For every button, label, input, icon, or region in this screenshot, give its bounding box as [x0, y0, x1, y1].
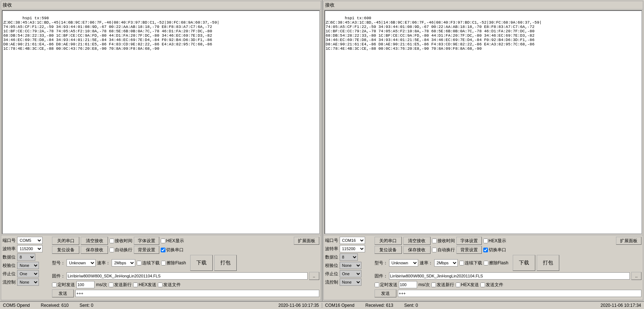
- left-ms-label: ms/次: [96, 282, 107, 288]
- left-send-btn[interactable]: 发送: [52, 289, 74, 297]
- left-auto-newline-check[interactable]: 自动换行: [109, 247, 132, 253]
- right-baud-label: 波特率: [325, 246, 338, 252]
- right-data-select[interactable]: 8: [340, 253, 358, 261]
- left-save-recv-btn[interactable]: 保存接收: [81, 246, 108, 254]
- right-timed-send-check[interactable]: 定时发送: [375, 282, 397, 288]
- right-hex-display-check[interactable]: HEX显示: [483, 238, 507, 244]
- right-speed-select[interactable]: 2Mbps: [434, 259, 458, 267]
- left-switch-port-check[interactable]: 切换串口: [161, 247, 184, 253]
- left-reset-btn[interactable]: 复位设备: [52, 246, 79, 254]
- left-parity-label: 校验位: [3, 263, 16, 269]
- left-pack-btn[interactable]: 打包: [214, 255, 237, 271]
- left-model-select[interactable]: Unknown: [67, 259, 96, 267]
- left-erase-flash-check[interactable]: 擦除Flash: [161, 260, 186, 266]
- right-recv-time-check[interactable]: 接收时间: [432, 238, 455, 244]
- right-hex-send-check[interactable]: HEX发送: [456, 282, 479, 288]
- left-data-label: 数据位: [3, 254, 16, 260]
- right-model-select[interactable]: Unknown: [389, 259, 418, 267]
- right-port-select[interactable]: COM16: [340, 237, 365, 244]
- left-close-btn[interactable]: 关闭串口: [52, 237, 79, 245]
- left-baud-select[interactable]: 115200: [17, 245, 43, 252]
- right-clear-recv-btn[interactable]: 清空接收: [403, 237, 431, 245]
- right-auto-newline-check[interactable]: 自动换行: [432, 247, 455, 253]
- left-status-datetime: 2020-11-06 10:17:35: [279, 303, 319, 308]
- left-download-btn[interactable]: 下载: [190, 255, 213, 271]
- right-control-area: 端口号 COM16 波特率 115200 数据位: [324, 235, 643, 300]
- left-expand-btn[interactable]: 扩展面板: [294, 237, 319, 245]
- right-save-recv-btn[interactable]: 保存接收: [403, 246, 431, 254]
- right-switch-port-check[interactable]: 切换串口: [483, 247, 506, 253]
- right-interval-input[interactable]: [399, 281, 417, 288]
- right-firmware-input[interactable]: [389, 272, 630, 280]
- right-parity-label: 校验位: [325, 263, 338, 269]
- right-continuous-dl-check[interactable]: 连续下载: [459, 260, 482, 266]
- left-firmware-input[interactable]: [67, 272, 308, 280]
- right-receive-area[interactable]: hspi tx:600 Z□6C:38:45:A3:1C:BD,-45|14:6…: [324, 10, 643, 234]
- left-font-btn[interactable]: 字体设置: [134, 237, 159, 245]
- right-flow-select[interactable]: None: [340, 278, 361, 286]
- left-flow-select[interactable]: None: [17, 278, 39, 286]
- left-panel-title: 接收: [1, 1, 321, 9]
- left-status-opend: COM5 Opend: [3, 303, 30, 308]
- right-send-new-check[interactable]: 发送新行: [431, 282, 454, 288]
- left-baud-label: 波特率: [3, 246, 16, 252]
- left-bg-btn[interactable]: 背景设置: [134, 246, 159, 254]
- left-firmware-label: 固件：: [52, 273, 65, 279]
- left-speed-select[interactable]: 2Mbps: [112, 259, 135, 267]
- left-hex-send-check[interactable]: HEX发送: [133, 282, 156, 288]
- right-bg-btn[interactable]: 背景设置: [456, 246, 482, 254]
- status-bar: COM5 Opend Received: 610 Sent: 0 2020-11…: [0, 301, 644, 309]
- left-status-sent: Sent: 0: [80, 303, 93, 308]
- right-erase-flash-check[interactable]: 擦除Flash: [484, 260, 508, 266]
- right-stop-label: 停止位: [325, 271, 338, 277]
- right-pack-btn[interactable]: 打包: [537, 255, 559, 271]
- left-browse-btn[interactable]: ..: [309, 272, 319, 280]
- right-close-btn[interactable]: 关闭串口: [375, 237, 402, 245]
- left-stop-label: 停止位: [3, 271, 16, 277]
- right-flow-label: 流控制: [325, 279, 338, 285]
- left-port-label: 端口号: [3, 237, 16, 244]
- left-panel: 接收 hspi tx:598 Z□6C:38:45:A3:1C:BD,-45|1…: [1, 1, 321, 300]
- left-interval-input[interactable]: [76, 281, 95, 288]
- left-flow-label: 流控制: [3, 279, 16, 285]
- right-stop-select[interactable]: One: [340, 270, 361, 277]
- left-parity-select[interactable]: None: [17, 262, 39, 269]
- right-browse-btn[interactable]: ..: [631, 272, 641, 280]
- right-send-btn[interactable]: 发送: [375, 289, 396, 297]
- right-panel-title: 接收: [324, 1, 643, 9]
- left-data-select[interactable]: 8: [17, 253, 35, 261]
- left-model-label: 型号：: [52, 260, 65, 266]
- left-stop-select[interactable]: One: [17, 270, 39, 277]
- left-receive-area[interactable]: hspi tx:598 Z□6C:38:45:A3:1C:BD,-45|14:6…: [2, 10, 320, 234]
- left-send-file-check[interactable]: 发送文件: [158, 282, 181, 288]
- right-parity-select[interactable]: None: [340, 262, 361, 269]
- right-font-btn[interactable]: 字体设置: [456, 237, 482, 245]
- left-speed-label: 速率：: [97, 260, 110, 266]
- right-expand-btn[interactable]: 扩展面板: [616, 237, 641, 245]
- right-baud-select[interactable]: 115200: [340, 245, 365, 252]
- right-status-datetime: 2020-11-06 10:17:34: [601, 303, 641, 308]
- right-download-btn[interactable]: 下载: [513, 255, 535, 271]
- right-reset-btn[interactable]: 复位设备: [375, 246, 402, 254]
- right-status-opend: COM16 Opend: [325, 303, 355, 308]
- right-firmware-label: 固件：: [375, 273, 388, 279]
- right-model-label: 型号：: [375, 260, 388, 266]
- left-clear-recv-btn[interactable]: 清空接收: [81, 237, 108, 245]
- right-speed-label: 速率：: [420, 260, 433, 266]
- left-recv-time-check[interactable]: 接收时间: [109, 238, 132, 244]
- left-continuous-dl-check[interactable]: 连续下载: [137, 260, 160, 266]
- right-status-received: Received: 613: [365, 303, 393, 308]
- left-timed-send-check[interactable]: 定时发送: [52, 282, 75, 288]
- right-send-file-check[interactable]: 发送文件: [480, 282, 503, 288]
- right-data-label: 数据位: [325, 254, 338, 260]
- left-hex-display-check[interactable]: HEX显示: [161, 238, 184, 244]
- right-send-input[interactable]: [398, 290, 642, 297]
- right-panel: 接收 hspi tx:600 Z□6C:38:45:A3:1C:BD,-45|1…: [323, 1, 644, 300]
- right-port-label: 端口号: [325, 237, 338, 244]
- right-ms-label: ms/次: [419, 282, 430, 288]
- left-send-input[interactable]: [75, 290, 319, 297]
- left-port-select[interactable]: COM5: [17, 237, 43, 244]
- left-control-area: 端口号 COM5 波特率 115200 数据位: [1, 235, 321, 300]
- left-send-new-check[interactable]: 发送新行: [109, 282, 132, 288]
- left-status-received: Received: 610: [41, 303, 69, 308]
